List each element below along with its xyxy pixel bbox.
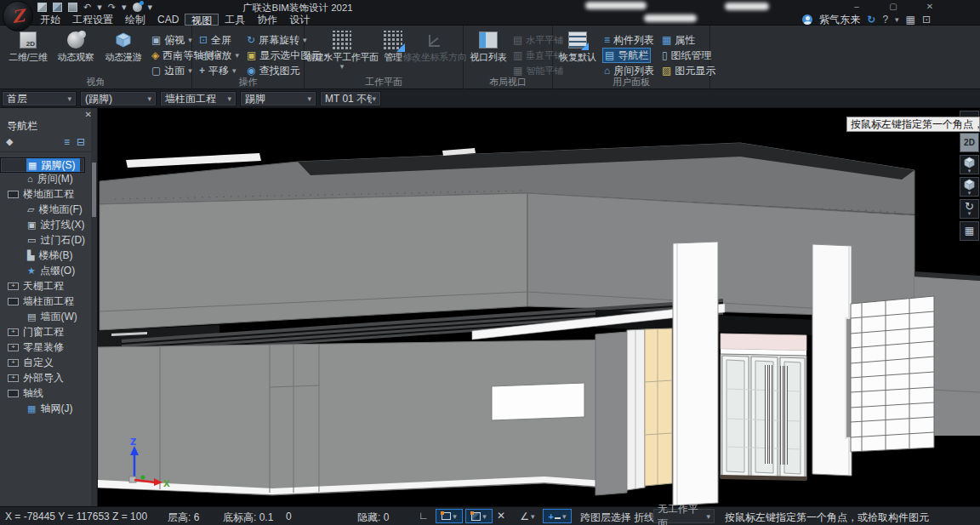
tree-group-ceiling-works[interactable]: +天棚工程 bbox=[0, 278, 92, 294]
solid-select-toggle[interactable]: ▾ bbox=[465, 509, 493, 523]
modify-coordinate-direction-button: 修改坐标系方向 bbox=[407, 28, 463, 62]
ortho-corner-icon[interactable]: ∟ bbox=[419, 510, 429, 522]
tab-tools[interactable]: 工具 bbox=[219, 14, 251, 26]
blurred-area bbox=[585, 2, 647, 9]
work-plane-select[interactable]: 无工作平面 ▾ bbox=[653, 509, 715, 523]
toggle-2d-3d-button[interactable]: 2D 二维/三维 bbox=[5, 28, 51, 62]
user-avatar[interactable] bbox=[802, 14, 812, 25]
fullscreen-icon: ⊡ bbox=[199, 34, 208, 46]
undo-icon[interactable]: ↶ bbox=[83, 2, 91, 12]
panel-toggle-icon[interactable]: ⊟ bbox=[77, 136, 85, 148]
tree-group-custom[interactable]: +自定义 bbox=[0, 355, 92, 370]
tree-item-stairs[interactable]: ▙楼梯(B) bbox=[0, 248, 92, 263]
component-type-select[interactable]: 踢脚▾ bbox=[240, 91, 316, 106]
collapse-ribbon-icon[interactable]: ⊡ bbox=[922, 14, 931, 26]
tree-item-wave-line[interactable]: ▣波打线(X) bbox=[0, 217, 92, 232]
component-list-item[interactable]: ≡ 构件列表 bbox=[602, 32, 656, 48]
extra-value: 0 bbox=[286, 511, 292, 522]
floor-select[interactable]: 首层▾ bbox=[2, 91, 77, 106]
zoom-item[interactable]: ◎ 缩放▾ bbox=[197, 48, 241, 63]
maximize-button[interactable]: ▢ bbox=[883, 2, 903, 11]
minimize-button[interactable]: – bbox=[846, 2, 867, 11]
walkthrough-button[interactable]: 动态漫游 bbox=[100, 28, 146, 62]
group-open-icon bbox=[8, 191, 19, 198]
skirting-icon: ▦ bbox=[28, 161, 37, 170]
tab-collaborate[interactable]: 协作 bbox=[251, 14, 283, 26]
redo-caret-icon[interactable]: ▾ bbox=[122, 2, 127, 12]
redo-icon[interactable]: ↷ bbox=[108, 2, 116, 12]
tree-group-wall-column-works[interactable]: 墙柱面工程 bbox=[0, 294, 92, 309]
caret-down-icon: ▾ bbox=[340, 62, 345, 71]
create-horizontal-workplane-button[interactable]: 创建水平工作平面 ▾ bbox=[308, 28, 376, 71]
sync-cloud-icon[interactable]: ↻ bbox=[867, 14, 875, 26]
view-filter-select[interactable]: (踢脚)▾ bbox=[80, 91, 157, 106]
tree-group-axis[interactable]: 轴线 bbox=[0, 385, 92, 401]
zoom-icon: ◎ bbox=[199, 49, 208, 61]
tree-item-skirting-selected[interactable]: ▦踢脚(S) bbox=[0, 157, 85, 173]
3d-viewport[interactable]: Z X 2D ▾ bbox=[98, 108, 980, 506]
scrollbar-thumb[interactable] bbox=[92, 163, 96, 217]
tree-item-axis-grid[interactable]: ▦轴网(J) bbox=[0, 401, 92, 416]
2d-view-button[interactable]: 2D bbox=[960, 133, 979, 152]
orbit-button[interactable]: 动态观察 bbox=[53, 28, 99, 62]
tree-group-floor-works[interactable]: 楼地面工程 bbox=[0, 186, 92, 202]
floor-height-value: 层高: 6 bbox=[168, 511, 199, 525]
material-select[interactable]: MT 01 不锈钢踢▾ bbox=[320, 91, 381, 106]
new-file-icon[interactable] bbox=[37, 3, 47, 12]
view-cube-button[interactable]: ▾ bbox=[960, 155, 979, 174]
snap-line-toggle[interactable]: + ▾ bbox=[543, 509, 572, 523]
viewport-list-button[interactable]: 视口列表 bbox=[468, 28, 509, 62]
tree-item-wall-surface[interactable]: ▤墙面(W) bbox=[0, 309, 92, 324]
fullscreen-item[interactable]: ⊡ 全屏 bbox=[197, 32, 233, 48]
tree-item-door-stone[interactable]: ▭过门石(D) bbox=[0, 232, 92, 248]
tree-item-accent[interactable]: ★点缀(O) bbox=[0, 263, 92, 278]
accent-icon: ★ bbox=[27, 266, 36, 276]
caret-down-icon: ▾ bbox=[147, 94, 151, 103]
work-category-select[interactable]: 墙柱面工程▾ bbox=[160, 91, 236, 106]
tab-start[interactable]: 开始 bbox=[34, 14, 66, 26]
tab-draw[interactable]: 绘制 bbox=[119, 14, 151, 26]
properties-item[interactable]: ▦ 属性 bbox=[660, 32, 697, 48]
screen-rotate-item[interactable]: ↻ 屏幕旋转▾ bbox=[245, 32, 309, 48]
save-icon[interactable] bbox=[68, 3, 77, 12]
tree-item-room[interactable]: ⌂房间(M) bbox=[0, 171, 92, 186]
screen-rotate-icon: ↻ bbox=[247, 34, 255, 46]
tree-group-door-window-works[interactable]: +门窗工程 bbox=[0, 324, 92, 340]
navigation-bar-item[interactable]: ▤ 导航栏 bbox=[602, 48, 651, 63]
tab-view[interactable]: 视图 bbox=[185, 14, 219, 26]
sidebar-scrollbar[interactable] bbox=[91, 108, 97, 506]
sheet-management-item[interactable]: ▯ 图纸管理 bbox=[660, 48, 714, 63]
angle-snap-toggle[interactable]: ∠ ▾ bbox=[515, 509, 540, 523]
tree-group-misc-decoration[interactable]: +零星装修 bbox=[0, 340, 92, 355]
grid-box-icon: ▦ bbox=[965, 226, 974, 236]
caret-down-icon: ▾ bbox=[235, 51, 239, 60]
locate-icon[interactable]: ◆ bbox=[6, 136, 13, 147]
component-box-button[interactable]: ▦ bbox=[960, 221, 979, 241]
caret-down-icon: ▾ bbox=[968, 211, 971, 216]
rotate-view-button[interactable]: ↻ ▾ bbox=[960, 199, 979, 219]
undo-caret-icon[interactable]: ▾ bbox=[97, 2, 102, 12]
tab-project-settings[interactable]: 工程设置 bbox=[66, 14, 119, 26]
help-icon[interactable]: ? bbox=[882, 14, 888, 26]
tab-cad[interactable]: CAD bbox=[151, 14, 185, 26]
username[interactable]: 紫气东来 bbox=[819, 13, 860, 27]
help-caret-icon[interactable]: ▾ bbox=[895, 15, 899, 24]
restore-default-button[interactable]: 恢复默认 bbox=[557, 28, 598, 62]
cross-layer-select-toggle[interactable]: 跨图层选择 bbox=[580, 511, 631, 525]
app-logo[interactable]: Z bbox=[3, 1, 33, 31]
command-hint: 按鼠标左键指定第一个角点，或拾取构件图元 bbox=[725, 511, 929, 525]
rect-select-toggle[interactable]: ▾ bbox=[436, 509, 463, 523]
view-cube-alt-button[interactable]: ▾ bbox=[960, 177, 979, 197]
tree-group-external-import[interactable]: +外部导入 bbox=[0, 370, 92, 385]
sync-icon[interactable] bbox=[133, 3, 142, 12]
deselect-icon[interactable]: ✕ bbox=[497, 510, 505, 522]
list-view-icon[interactable]: ≡ bbox=[64, 136, 70, 148]
tab-design[interactable]: 设计 bbox=[283, 14, 316, 26]
customize-toolbar-icon[interactable]: ▾ bbox=[148, 2, 153, 12]
tree-item-floor[interactable]: ▱楼地面(F) bbox=[0, 202, 92, 217]
open-file-icon[interactable] bbox=[53, 3, 62, 12]
top-view-item[interactable]: ▣ 俯视▾ bbox=[150, 32, 194, 48]
close-button[interactable]: ✕ bbox=[920, 2, 940, 11]
status-bar: X = -78445 Y = 117653 Z = 100 层高: 6 底标高:… bbox=[0, 506, 980, 525]
gift-icon[interactable]: ▦ bbox=[906, 14, 915, 26]
